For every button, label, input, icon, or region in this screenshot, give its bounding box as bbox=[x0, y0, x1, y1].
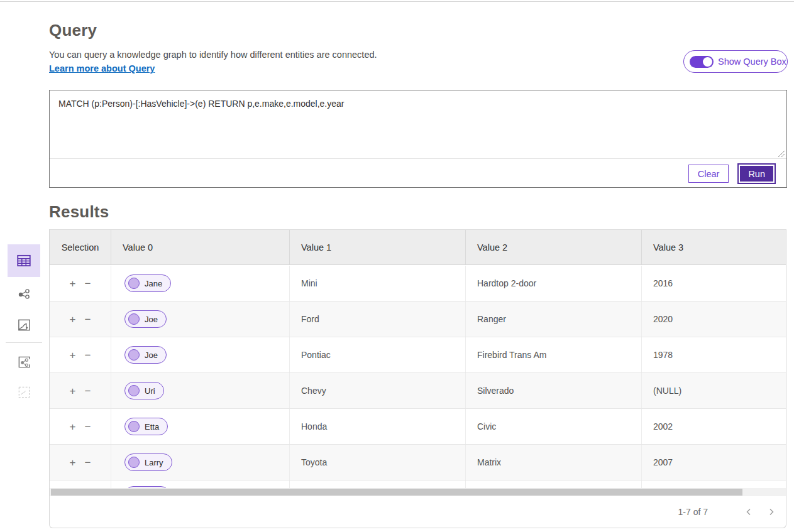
remove-from-selection-button[interactable]: − bbox=[85, 350, 91, 361]
view-switcher bbox=[8, 244, 40, 410]
person-chip[interactable]: Joe bbox=[124, 346, 167, 364]
learn-more-link[interactable]: Learn more about Query bbox=[49, 63, 155, 73]
person-chip[interactable]: Uri bbox=[124, 382, 164, 399]
model-cell: Silverado bbox=[466, 373, 642, 408]
view-switcher-divider bbox=[6, 342, 42, 343]
selection-cell: + − bbox=[50, 301, 111, 337]
person-cell: Joe bbox=[111, 301, 290, 337]
results-table-body: + − Jane Mini Hardtop 2-door 2016 + − Jo… bbox=[50, 266, 786, 480]
resize-handle-icon[interactable] bbox=[778, 150, 785, 158]
make-cell: Mini bbox=[290, 266, 466, 301]
make-cell: Honda bbox=[290, 409, 466, 444]
table-row: + − Joe Ford Ranger 2020 bbox=[50, 301, 786, 337]
person-cell bbox=[111, 480, 290, 488]
person-chip[interactable]: Joe bbox=[124, 310, 167, 328]
pagination-label: 1-7 of 7 bbox=[678, 507, 708, 517]
remove-from-selection-button[interactable]: − bbox=[85, 278, 91, 289]
person-chip-label: Etta bbox=[145, 422, 159, 432]
link-chart-view-icon bbox=[16, 287, 31, 302]
model-cell: Firebird Trans Am bbox=[466, 337, 642, 372]
add-to-selection-button[interactable]: + bbox=[70, 350, 76, 361]
model-cell: Hardtop 2-door bbox=[466, 266, 642, 301]
horizontal-scrollbar[interactable] bbox=[50, 488, 786, 496]
selection-cell: + − bbox=[50, 337, 111, 372]
link-chart-view-tab[interactable] bbox=[8, 282, 40, 307]
table-footer: 1-7 of 7 bbox=[50, 496, 786, 527]
model-cell: Matrix bbox=[466, 445, 642, 480]
add-to-selection-button[interactable]: + bbox=[70, 457, 76, 468]
table-header-row: Selection Value 0 Value 1 Value 2 Value … bbox=[50, 229, 786, 265]
query-description: You can query a knowledge graph to ident… bbox=[49, 50, 377, 60]
table-row: + − Joe Pontiac Firebird Trans Am 1978 bbox=[50, 337, 786, 373]
column-header-value2[interactable]: Value 2 bbox=[466, 230, 642, 264]
person-cell: Uri bbox=[111, 373, 290, 408]
remove-from-selection-button[interactable]: − bbox=[85, 421, 91, 432]
run-button[interactable]: Run bbox=[739, 165, 775, 183]
map-view-tab[interactable] bbox=[8, 312, 40, 337]
chevron-left-icon[interactable] bbox=[744, 508, 753, 516]
toggle-switch-icon[interactable] bbox=[690, 56, 714, 68]
selection-cell: + − bbox=[50, 373, 111, 408]
person-chip[interactable]: Jane bbox=[124, 274, 171, 292]
entity-node-icon bbox=[128, 385, 140, 396]
add-to-selection-button[interactable]: + bbox=[70, 421, 76, 432]
query-input[interactable]: MATCH (p:Person)-[:HasVehicle]->(e) RETU… bbox=[50, 90, 786, 159]
year-cell: 2007 bbox=[642, 445, 786, 480]
results-card: Selection Value 0 Value 1 Value 2 Value … bbox=[49, 229, 786, 528]
year-cell: 2016 bbox=[642, 266, 786, 301]
toggle-knob bbox=[703, 57, 712, 67]
query-actions-bar: Clear Run bbox=[50, 160, 786, 188]
selection-cell: + − bbox=[50, 266, 111, 301]
top-divider bbox=[0, 1, 794, 2]
make-cell: Toyota bbox=[290, 445, 466, 480]
remove-from-selection-button[interactable]: − bbox=[85, 457, 91, 468]
model-cell: Ranger bbox=[466, 301, 642, 337]
person-chip-label: Jane bbox=[145, 279, 162, 288]
show-query-box-toggle[interactable]: Show Query Box bbox=[683, 50, 788, 73]
new-link-chart-tab[interactable] bbox=[8, 349, 40, 374]
query-box: MATCH (p:Person)-[:HasVehicle]->(e) RETU… bbox=[49, 90, 787, 188]
clear-button[interactable]: Clear bbox=[688, 165, 729, 183]
selection-cell bbox=[50, 480, 111, 488]
entity-node-icon bbox=[128, 278, 140, 289]
entity-node-icon bbox=[128, 457, 140, 468]
column-header-value0[interactable]: Value 0 bbox=[111, 230, 290, 264]
year-cell: 1978 bbox=[642, 337, 786, 372]
new-map-tab[interactable] bbox=[8, 379, 40, 404]
person-chip[interactable]: Etta bbox=[124, 418, 168, 435]
person-cell: Joe bbox=[111, 337, 290, 372]
add-to-selection-button[interactable]: + bbox=[70, 314, 76, 325]
make-cell: Chevy bbox=[290, 373, 466, 408]
year-cell: (NULL) bbox=[642, 373, 786, 408]
person-chip[interactable]: Larry bbox=[124, 453, 172, 471]
remove-from-selection-button[interactable]: − bbox=[85, 314, 91, 325]
table-view-tab[interactable] bbox=[8, 244, 40, 277]
query-heading: Query bbox=[49, 21, 97, 40]
remove-from-selection-button[interactable]: − bbox=[85, 386, 91, 396]
table-view-icon bbox=[16, 252, 32, 269]
person-cell: Jane bbox=[111, 266, 290, 301]
entity-node-icon bbox=[128, 349, 140, 361]
person-cell: Larry bbox=[111, 445, 290, 480]
column-header-value1[interactable]: Value 1 bbox=[290, 230, 466, 264]
results-heading: Results bbox=[49, 202, 109, 222]
new-map-icon bbox=[17, 385, 31, 399]
column-header-selection[interactable]: Selection bbox=[50, 230, 111, 264]
map-view-icon bbox=[17, 318, 31, 332]
person-chip-label: Joe bbox=[145, 315, 158, 324]
table-row: + − Uri Chevy Silverado (NULL) bbox=[50, 373, 786, 409]
new-link-chart-icon bbox=[17, 355, 31, 369]
entity-node-icon bbox=[128, 313, 140, 325]
table-row: + − Etta Honda Civic 2002 bbox=[50, 409, 786, 445]
add-to-selection-button[interactable]: + bbox=[70, 278, 76, 289]
make-cell: Ford bbox=[290, 301, 466, 337]
column-header-value3[interactable]: Value 3 bbox=[642, 230, 786, 264]
model-cell: Civic bbox=[466, 409, 642, 444]
table-row-partial bbox=[50, 480, 786, 488]
person-chip-label: Joe bbox=[145, 350, 158, 360]
scrollbar-thumb[interactable] bbox=[51, 489, 742, 496]
entity-node-icon bbox=[128, 421, 140, 432]
chevron-right-icon[interactable] bbox=[767, 508, 776, 516]
add-to-selection-button[interactable]: + bbox=[70, 386, 76, 396]
person-chip-label: Uri bbox=[145, 386, 155, 396]
